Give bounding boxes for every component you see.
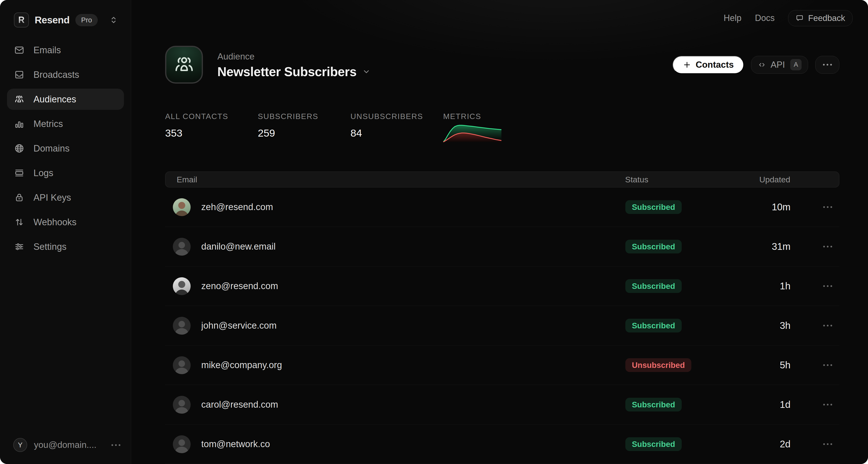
plus-icon [683, 60, 691, 69]
row-menu-icon[interactable] [823, 325, 832, 326]
contact-email: zeh@resend.com [201, 202, 273, 212]
status-badge: Subscribed [625, 240, 682, 254]
users-icon [14, 94, 25, 105]
chevron-down-icon[interactable] [362, 67, 370, 76]
sidebar-item-logs[interactable]: Logs [7, 163, 124, 183]
more-options-button[interactable] [815, 56, 839, 74]
user-menu[interactable]: Y you@domain.... [0, 435, 131, 455]
stat-label: ALL CONTACTS [165, 112, 258, 121]
table-row[interactable]: john@service.comSubscribed3h [165, 306, 839, 345]
row-menu-icon[interactable] [823, 443, 832, 445]
updated-time: 5h [718, 360, 790, 371]
chevrons-up-down-icon[interactable] [108, 15, 119, 25]
updated-time: 1d [718, 399, 790, 410]
plan-badge: Pro [75, 14, 98, 26]
sidebar-item-label: Broadcasts [33, 69, 79, 80]
api-button[interactable]: API A [751, 56, 808, 74]
sidebar-item-audiences[interactable]: Audiences [7, 89, 124, 110]
updated-time: 31m [718, 241, 790, 252]
workspace-switcher[interactable]: R Resend Pro [0, 0, 131, 27]
docs-link[interactable]: Docs [755, 13, 775, 23]
status-badge: Subscribed [625, 319, 682, 332]
avatar-placeholder [173, 356, 191, 374]
app-window: R Resend Pro EmailsBroadcastsAudiencesMe… [0, 0, 868, 464]
sidebar-item-domains[interactable]: Domains [7, 138, 124, 159]
header-actions: Contacts API A [673, 56, 839, 74]
code-icon [757, 60, 766, 69]
status-badge: Subscribed [625, 200, 682, 214]
row-menu-icon[interactable] [823, 206, 832, 208]
contacts-table: Email Status Updated zeh@resend.comSubsc… [165, 172, 839, 464]
sidebar-item-broadcasts[interactable]: Broadcasts [7, 64, 124, 85]
row-menu-icon[interactable] [823, 404, 832, 405]
sidebar: R Resend Pro EmailsBroadcastsAudiencesMe… [0, 0, 131, 464]
updated-time: 1h [718, 281, 790, 291]
avatar: Y [13, 438, 27, 452]
table-row[interactable]: zeh@resend.comSubscribed10m [165, 187, 839, 227]
title-block: Audience Newsletter Subscribers [217, 52, 370, 78]
table-row[interactable]: zeno@resend.comSubscribed1h [165, 266, 839, 306]
content: Audience Newsletter Subscribers Contacts [131, 36, 868, 464]
page-header: Audience Newsletter Subscribers Contacts [165, 46, 839, 84]
table-body: zeh@resend.comSubscribed10mdanilo@new.em… [165, 187, 839, 464]
sliders-icon [14, 241, 25, 252]
sidebar-item-label: Audiences [33, 94, 76, 105]
rows-icon [14, 168, 25, 178]
stat-label: METRICS [443, 112, 536, 121]
sidebar-item-emails[interactable]: Emails [7, 39, 124, 61]
table-row[interactable]: tom@network.coSubscribed2d [165, 425, 839, 464]
avatar-placeholder [173, 238, 191, 256]
table-row[interactable]: carol@resend.comSubscribed1d [165, 385, 839, 425]
contact-email: carol@resend.com [201, 400, 278, 410]
sidebar-item-label: Settings [33, 242, 66, 252]
bar-chart-icon [14, 119, 25, 129]
avatar-placeholder [173, 396, 191, 414]
audience-icon-tile [165, 46, 203, 84]
page-eyebrow: Audience [217, 52, 370, 62]
user-email: you@domain.... [34, 440, 105, 450]
row-menu-icon[interactable] [823, 246, 832, 248]
updated-time: 3h [718, 320, 790, 331]
keyboard-shortcut-badge: A [790, 59, 802, 70]
ellipsis-icon[interactable] [112, 444, 120, 446]
sidebar-item-label: Logs [33, 168, 53, 178]
avatar-placeholder [173, 435, 191, 453]
brand-name: Resend [35, 14, 69, 26]
globe-icon [14, 143, 25, 154]
metrics-sparkline [443, 124, 501, 142]
sidebar-item-metrics[interactable]: Metrics [7, 113, 124, 135]
contact-email: zeno@resend.com [201, 281, 278, 291]
stat-unsubscribers: UNSUBSCRIBERS84 [350, 112, 443, 142]
status-badge: Unsubscribed [625, 358, 691, 372]
stat-all-contacts: ALL CONTACTS353 [165, 112, 258, 142]
sidebar-item-label: Metrics [33, 119, 63, 129]
topbar: Help Docs Feedback [131, 0, 868, 36]
status-badge: Subscribed [625, 437, 682, 451]
row-menu-icon[interactable] [823, 285, 832, 287]
resend-logo: R [14, 12, 29, 27]
row-menu-icon[interactable] [823, 364, 832, 366]
sidebar-item-label: API Keys [33, 193, 71, 203]
feedback-button[interactable]: Feedback [788, 10, 852, 26]
broadcast-icon [14, 69, 25, 80]
column-status: Status [617, 175, 718, 184]
add-contacts-button[interactable]: Contacts [673, 56, 744, 74]
contact-email: tom@network.co [201, 439, 270, 449]
stat-label: SUBSCRIBERS [258, 112, 350, 121]
table-row[interactable]: mike@company.orgUnsubscribed5h [165, 345, 839, 385]
sidebar-item-webhooks[interactable]: Webhooks [7, 211, 124, 233]
sidebar-item-api-keys[interactable]: API Keys [7, 187, 124, 208]
sidebar-item-label: Domains [33, 143, 69, 154]
table-header: Email Status Updated [165, 172, 839, 187]
avatar-placeholder [173, 317, 191, 335]
stats-row: ALL CONTACTS353SUBSCRIBERS259UNSUBSCRIBE… [165, 112, 839, 142]
ellipsis-icon [823, 64, 832, 65]
column-email: Email [177, 175, 617, 184]
table-row[interactable]: danilo@new.emailSubscribed31m [165, 227, 839, 266]
stat-subscribers: SUBSCRIBERS259 [258, 112, 350, 142]
sidebar-item-settings[interactable]: Settings [7, 236, 124, 257]
sidebar-item-label: Emails [33, 45, 61, 55]
help-link[interactable]: Help [723, 13, 741, 23]
arrows-up-down-icon [14, 217, 25, 227]
chat-bubble-icon [796, 14, 804, 22]
